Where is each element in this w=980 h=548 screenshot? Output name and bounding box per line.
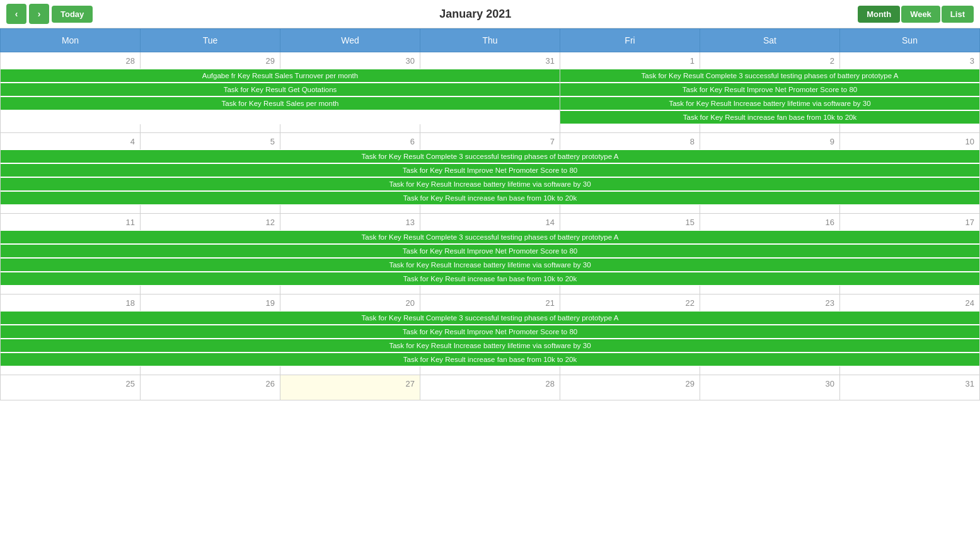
event-bar[interactable]: Task for Key Result Complete 3 successfu… bbox=[1, 231, 979, 243]
week-day-numbers-row: 18192021222324 bbox=[1, 294, 980, 311]
week-day-numbers-row: 25262728293031 bbox=[1, 375, 980, 392]
spacer-cell bbox=[420, 366, 560, 375]
spacer-cell bbox=[700, 286, 840, 294]
spacer-cell bbox=[840, 392, 980, 400]
event-row: Task for Key Result Increase battery lif… bbox=[1, 177, 980, 191]
list-view-button[interactable]: List bbox=[942, 6, 974, 23]
today-button[interactable]: Today bbox=[52, 6, 93, 23]
day-number-cell: 14 bbox=[420, 214, 560, 230]
event-row: Task for Key Result increase fan base fr… bbox=[1, 191, 980, 205]
spacer-cell bbox=[1, 392, 141, 400]
event-row: Task for Key Result Increase battery lif… bbox=[1, 339, 980, 353]
event-cell[interactable]: Task for Key Result Get Quotations bbox=[1, 83, 560, 96]
event-bar[interactable]: Task for Key Result Increase battery lif… bbox=[1, 178, 979, 190]
event-bar[interactable]: Task for Key Result Increase battery lif… bbox=[560, 97, 979, 110]
day-number-cell: 5 bbox=[141, 133, 280, 149]
spacer-cell bbox=[420, 286, 560, 294]
event-cell[interactable]: Task for Key Result Complete 3 successfu… bbox=[1, 230, 980, 244]
day-number-cell: 27 bbox=[280, 375, 420, 392]
day-number-cell: 24 bbox=[840, 294, 980, 311]
day-header-fri: Fri bbox=[560, 29, 700, 52]
week-day-numbers-row: 11121314151617 bbox=[1, 214, 980, 230]
event-bar[interactable]: Task for Key Result increase fan base fr… bbox=[1, 192, 979, 204]
spacer-cell bbox=[840, 205, 980, 214]
day-number-cell: 11 bbox=[1, 214, 141, 230]
day-number-cell: 9 bbox=[700, 133, 840, 149]
day-number-cell: 18 bbox=[1, 294, 141, 311]
day-number-cell: 13 bbox=[280, 214, 420, 230]
spacer-cell bbox=[141, 124, 280, 133]
spacer-cell bbox=[1, 124, 141, 133]
event-cell[interactable]: Task for Key Result Sales per month bbox=[1, 96, 560, 110]
spacer-cell bbox=[141, 366, 280, 375]
nav-controls: ‹ › Today bbox=[6, 4, 93, 24]
event-bar[interactable]: Task for Key Result increase fan base fr… bbox=[560, 111, 979, 124]
event-bar[interactable]: Task for Key Result Complete 3 successfu… bbox=[1, 150, 979, 163]
event-cell[interactable]: Task for Key Result Improve Net Promoter… bbox=[1, 325, 980, 339]
event-cell[interactable]: Task for Key Result Complete 3 successfu… bbox=[560, 69, 980, 83]
next-button[interactable]: › bbox=[29, 4, 49, 24]
event-cell[interactable]: Task for Key Result Increase battery lif… bbox=[1, 177, 980, 191]
event-cell[interactable]: Task for Key Result Increase battery lif… bbox=[1, 339, 980, 353]
event-bar[interactable]: Task for Key Result Increase battery lif… bbox=[1, 339, 979, 352]
event-cell[interactable]: Aufgabe fr Key Result Sales Turnover per… bbox=[1, 69, 560, 83]
spacer-cell bbox=[700, 124, 840, 133]
event-cell[interactable]: Task for Key Result Improve Net Promoter… bbox=[1, 244, 980, 258]
event-cell[interactable]: Task for Key Result increase fan base fr… bbox=[1, 191, 980, 205]
event-row: Task for Key Result Improve Net Promoter… bbox=[1, 163, 980, 177]
event-cell[interactable]: Task for Key Result increase fan base fr… bbox=[1, 272, 980, 286]
day-number-cell: 16 bbox=[700, 214, 840, 230]
event-cell[interactable]: Task for Key Result Complete 3 successfu… bbox=[1, 149, 980, 163]
event-cell[interactable]: Task for Key Result Improve Net Promoter… bbox=[1, 163, 980, 177]
event-bar[interactable]: Task for Key Result Get Quotations bbox=[1, 83, 560, 96]
event-bar[interactable]: Task for Key Result Sales per month bbox=[1, 97, 560, 110]
spacer-cell bbox=[1, 205, 141, 214]
event-bar[interactable]: Aufgabe fr Key Result Sales Turnover per… bbox=[1, 69, 560, 82]
event-bar[interactable]: Task for Key Result Improve Net Promoter… bbox=[560, 83, 979, 96]
event-bar[interactable]: Task for Key Result increase fan base fr… bbox=[1, 272, 979, 285]
spacer-cell bbox=[560, 286, 700, 294]
spacer-cell bbox=[280, 286, 420, 294]
event-cell[interactable]: Task for Key Result Increase battery lif… bbox=[1, 258, 980, 272]
day-number-cell: 28 bbox=[420, 375, 560, 392]
event-row: Task for Key Result increase fan base fr… bbox=[1, 272, 980, 286]
event-bar[interactable]: Task for Key Result Complete 3 successfu… bbox=[1, 312, 979, 324]
event-bar[interactable]: Task for Key Result Increase battery lif… bbox=[1, 259, 979, 271]
spacer-cell bbox=[840, 366, 980, 375]
day-number-cell: 22 bbox=[560, 294, 700, 311]
day-number-cell: 8 bbox=[560, 133, 700, 149]
week-spacer-row bbox=[1, 286, 980, 294]
day-number-cell: 30 bbox=[280, 52, 420, 69]
spacer-cell bbox=[560, 392, 700, 400]
day-header-sun: Sun bbox=[840, 29, 980, 52]
event-bar[interactable]: Task for Key Result increase fan base fr… bbox=[1, 353, 979, 366]
day-header-sat: Sat bbox=[700, 29, 840, 52]
event-cell[interactable]: Task for Key Result increase fan base fr… bbox=[1, 353, 980, 366]
day-header-mon: Mon bbox=[1, 29, 141, 52]
calendar-header: ‹ › Today January 2021 Month Week List bbox=[0, 0, 980, 28]
month-view-button[interactable]: Month bbox=[858, 6, 900, 23]
spacer-cell bbox=[840, 124, 980, 133]
event-row: Task for Key Result Increase battery lif… bbox=[1, 258, 980, 272]
spacer-cell bbox=[1, 286, 141, 294]
week-view-button[interactable]: Week bbox=[901, 6, 940, 23]
event-cell[interactable]: Task for Key Result Improve Net Promoter… bbox=[560, 83, 980, 96]
event-cell[interactable]: Task for Key Result Complete 3 successfu… bbox=[1, 311, 980, 325]
event-bar[interactable]: Task for Key Result Improve Net Promoter… bbox=[1, 325, 979, 338]
spacer-cell bbox=[560, 124, 700, 133]
day-number-cell: 15 bbox=[560, 214, 700, 230]
event-cell[interactable]: Task for Key Result increase fan base fr… bbox=[560, 110, 980, 124]
day-number-cell: 2 bbox=[700, 52, 840, 69]
prev-button[interactable]: ‹ bbox=[6, 4, 26, 24]
event-cell[interactable]: Task for Key Result Increase battery lif… bbox=[560, 96, 980, 110]
day-number-cell: 28 bbox=[1, 52, 141, 69]
week-spacer-row bbox=[1, 392, 980, 400]
spacer-cell bbox=[560, 205, 700, 214]
day-header-tue: Tue bbox=[141, 29, 280, 52]
day-number-cell: 31 bbox=[840, 375, 980, 392]
event-row: Task for Key Result Complete 3 successfu… bbox=[1, 311, 980, 325]
event-bar[interactable]: Task for Key Result Improve Net Promoter… bbox=[1, 164, 979, 177]
day-number-cell: 21 bbox=[420, 294, 560, 311]
event-bar[interactable]: Task for Key Result Improve Net Promoter… bbox=[1, 245, 979, 257]
event-bar[interactable]: Task for Key Result Complete 3 successfu… bbox=[560, 69, 979, 82]
